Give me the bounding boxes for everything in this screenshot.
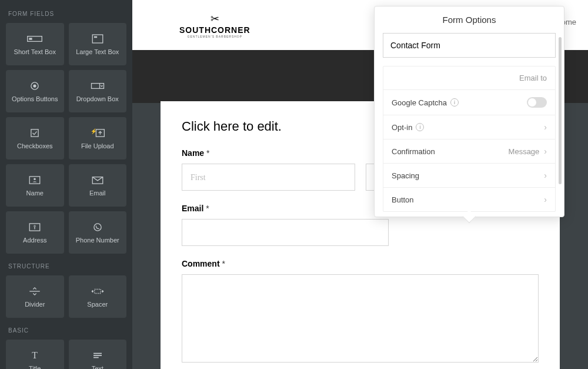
tile-file-upload[interactable]: ⚡File Upload: [69, 117, 127, 159]
scrollbar[interactable]: [559, 37, 562, 184]
comment-field-block: Comment *: [182, 259, 539, 365]
chevron-right-icon: ›: [544, 195, 547, 204]
sidebar: FORM FIELDS Short Text Box Large Text Bo…: [0, 0, 132, 369]
basic-grid: TTitle Text: [6, 340, 126, 369]
structure-grid: Divider Spacer: [6, 275, 126, 318]
dropdown-icon: [89, 79, 106, 92]
option-row-opt-in[interactable]: Opt-ini ›: [383, 115, 555, 139]
option-row-email-to[interactable]: Email to: [383, 67, 555, 90]
name-icon: [26, 174, 43, 187]
tile-short-text-box[interactable]: Short Text Box: [6, 23, 64, 65]
tile-email[interactable]: Email: [69, 164, 127, 207]
spacer-icon: [89, 285, 106, 298]
tile-name[interactable]: Name: [6, 164, 64, 207]
tile-large-text-box[interactable]: Large Text Box: [69, 23, 127, 65]
comment-textarea[interactable]: [182, 274, 539, 363]
chevron-right-icon: ›: [544, 122, 547, 132]
section-title-basic: BASIC: [8, 327, 126, 334]
text-icon: [89, 349, 106, 362]
tile-phone-number[interactable]: Phone Number: [69, 211, 127, 254]
comment-label: Comment *: [182, 259, 539, 268]
tile-checkboxes[interactable]: Checkboxes: [6, 117, 64, 159]
tile-divider[interactable]: Divider: [6, 275, 64, 318]
tile-dropdown-box[interactable]: Dropdown Box: [69, 70, 127, 112]
options-list: Email to Google Captchai Opt-ini › Confi…: [383, 66, 556, 212]
svg-rect-3: [94, 36, 97, 38]
upload-icon: ⚡: [89, 127, 106, 139]
captcha-toggle[interactable]: [527, 97, 547, 108]
chevron-right-icon: ›: [544, 171, 547, 180]
svg-point-5: [34, 84, 36, 87]
tile-title[interactable]: TTitle: [6, 340, 64, 369]
svg-point-16: [94, 224, 101, 231]
title-icon: T: [26, 349, 43, 362]
info-icon[interactable]: i: [416, 123, 424, 131]
section-title-structure: STRUCTURE: [8, 263, 126, 270]
form-fields-grid: Short Text Box Large Text Box Options Bu…: [6, 23, 126, 254]
checkbox-icon: [26, 127, 43, 139]
option-row-button[interactable]: Button ›: [383, 188, 555, 211]
svg-rect-8: [31, 129, 38, 137]
form-options-panel: Form Options Email to Google Captchai Op…: [374, 6, 564, 217]
svg-point-12: [34, 178, 36, 180]
tile-options-buttons[interactable]: Options Buttons: [6, 70, 64, 112]
short-text-icon: [26, 32, 43, 45]
large-text-icon: [89, 32, 106, 45]
logo: ✂ SOUTHCORNER GENTLEMEN'S BARBERSHOP: [179, 12, 250, 38]
email-input[interactable]: [182, 219, 389, 246]
address-icon: [26, 221, 43, 234]
section-title-form-fields: FORM FIELDS: [8, 11, 126, 17]
svg-rect-18: [95, 289, 101, 293]
email-icon: [89, 174, 106, 187]
svg-rect-2: [92, 35, 103, 43]
logo-scissors-icon: ✂: [179, 12, 250, 25]
radio-icon: [26, 79, 43, 92]
svg-rect-1: [29, 38, 32, 40]
svg-point-15: [34, 225, 36, 227]
tile-text[interactable]: Text: [69, 340, 127, 369]
option-row-confirmation[interactable]: Confirmation Message›: [383, 139, 555, 164]
tile-address[interactable]: Address: [6, 211, 64, 254]
tile-spacer[interactable]: Spacer: [69, 275, 127, 318]
option-row-google-captcha[interactable]: Google Captchai: [383, 90, 555, 115]
logo-text: SOUTHCORNER: [179, 25, 250, 35]
first-name-input[interactable]: [182, 164, 355, 191]
phone-icon: [89, 221, 106, 234]
form-name-input[interactable]: [383, 33, 556, 58]
chevron-right-icon: ›: [544, 147, 547, 156]
option-row-spacing[interactable]: Spacing ›: [383, 164, 555, 188]
options-panel-title: Form Options: [375, 6, 564, 33]
svg-text:T: T: [32, 350, 38, 360]
info-icon[interactable]: i: [450, 98, 459, 107]
divider-icon: [26, 285, 43, 298]
logo-subtitle: GENTLEMEN'S BARBERSHOP: [179, 35, 250, 38]
